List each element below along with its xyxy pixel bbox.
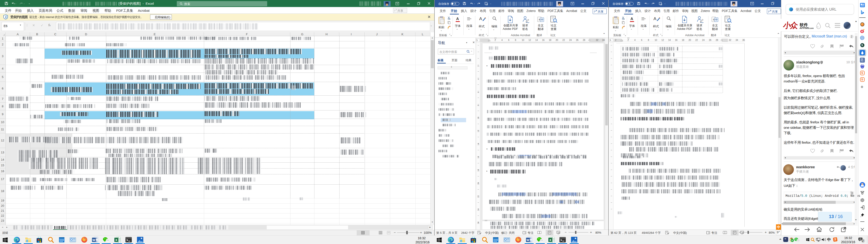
svg-text:中: 中	[541, 18, 544, 21]
svg-text:X: X	[549, 238, 551, 242]
svg-text:a: a	[539, 18, 540, 21]
svg-text:中: 中	[715, 18, 718, 21]
svg-text:X: X	[115, 238, 117, 242]
svg-text:W: W	[92, 238, 95, 242]
svg-text:a: a	[713, 18, 715, 21]
svg-text:du: du	[862, 66, 863, 68]
svg-text:W: W	[526, 238, 529, 242]
